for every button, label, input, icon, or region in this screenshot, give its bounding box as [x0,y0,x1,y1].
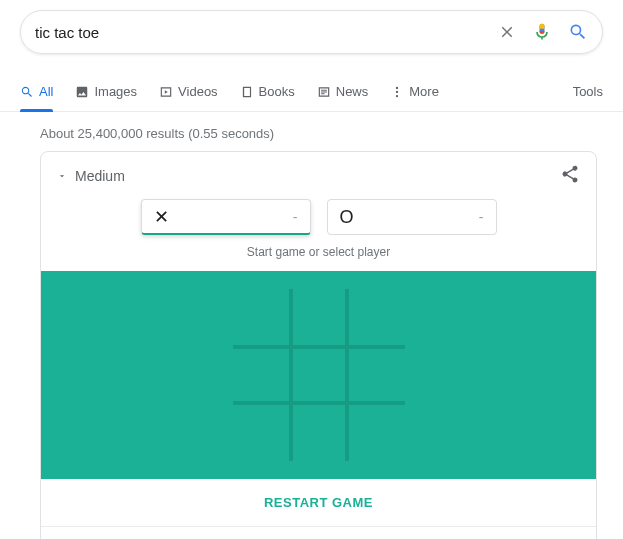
player-o-mark: O [340,207,354,228]
difficulty-label: Medium [75,168,125,184]
tab-news-label: News [336,84,369,99]
videos-icon [159,85,173,99]
tab-all[interactable]: All [20,72,53,111]
news-icon [317,85,331,99]
difficulty-selector[interactable]: Medium [57,168,125,184]
share-icon[interactable] [560,164,580,187]
tab-more[interactable]: More [390,72,439,111]
player-o-score: - [479,209,484,225]
caret-down-icon [57,171,67,181]
cell-0-2[interactable] [347,289,404,346]
tab-more-label: More [409,84,439,99]
search-box [20,10,603,54]
tab-books-label: Books [259,84,295,99]
start-hint: Start game or select player [41,239,596,271]
cell-1-0[interactable] [233,346,290,403]
search-small-icon [20,85,34,99]
clear-icon[interactable] [498,23,516,41]
tab-images[interactable]: Images [75,72,137,111]
result-stats: About 25,400,000 results (0.55 seconds) [0,112,623,151]
search-icon[interactable] [568,22,588,42]
cell-0-1[interactable] [290,289,347,346]
cell-0-0[interactable] [233,289,290,346]
cell-1-1[interactable] [290,346,347,403]
tab-videos[interactable]: Videos [159,72,218,111]
svg-point-1 [396,90,398,92]
tic-tac-toe-card: Medium ✕ - O - Start game or select play… [40,151,597,539]
mic-icon[interactable] [532,22,552,42]
svg-point-0 [396,86,398,88]
tab-news[interactable]: News [317,72,369,111]
cell-2-0[interactable] [233,404,290,461]
game-board-area [41,271,596,479]
player-x-box[interactable]: ✕ - [141,199,311,235]
game-board [233,289,405,461]
more-vert-icon [390,85,404,99]
player-o-box[interactable]: O - [327,199,497,235]
restart-button[interactable]: RESTART GAME [41,479,596,527]
tab-videos-label: Videos [178,84,218,99]
player-x-score: - [293,209,298,225]
search-input[interactable] [35,24,498,41]
cell-1-2[interactable] [347,346,404,403]
player-x-mark: ✕ [154,206,169,228]
tab-all-label: All [39,84,53,99]
expand-button[interactable] [41,527,596,539]
tools-button[interactable]: Tools [573,84,603,99]
tab-images-label: Images [94,84,137,99]
cell-2-1[interactable] [290,404,347,461]
books-icon [240,85,254,99]
cell-2-2[interactable] [347,404,404,461]
tab-books[interactable]: Books [240,72,295,111]
images-icon [75,85,89,99]
svg-point-2 [396,94,398,96]
